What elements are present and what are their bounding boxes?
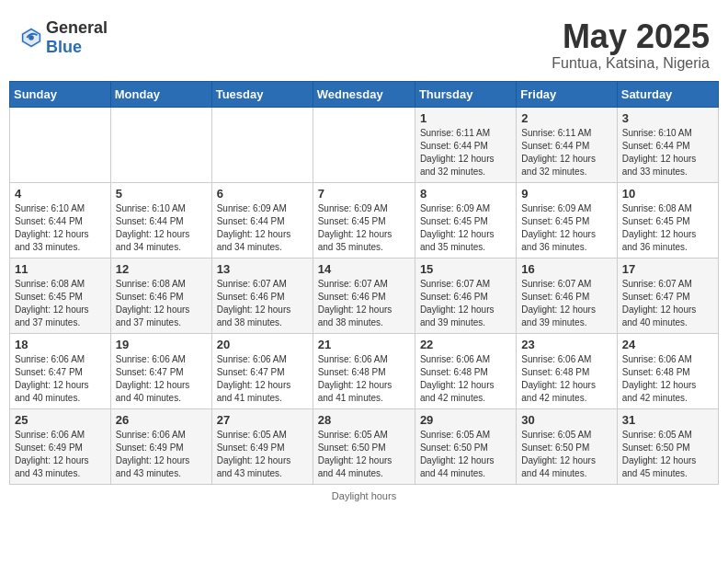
day-info: Sunrise: 6:06 AM Sunset: 6:49 PM Dayligh… bbox=[15, 429, 106, 480]
calendar-cell: 26Sunrise: 6:06 AM Sunset: 6:49 PM Dayli… bbox=[110, 408, 211, 484]
calendar-cell: 1Sunrise: 6:11 AM Sunset: 6:44 PM Daylig… bbox=[415, 107, 516, 182]
calendar-cell: 7Sunrise: 6:09 AM Sunset: 6:45 PM Daylig… bbox=[313, 182, 415, 258]
calendar-cell: 9Sunrise: 6:09 AM Sunset: 6:45 PM Daylig… bbox=[517, 182, 617, 258]
calendar-cell bbox=[211, 107, 313, 182]
day-info: Sunrise: 6:10 AM Sunset: 6:44 PM Dayligh… bbox=[15, 202, 106, 254]
calendar-cell: 29Sunrise: 6:05 AM Sunset: 6:50 PM Dayli… bbox=[415, 408, 516, 484]
day-info: Sunrise: 6:11 AM Sunset: 6:44 PM Dayligh… bbox=[521, 127, 611, 178]
day-of-week-header: Sunday bbox=[10, 81, 111, 107]
calendar-cell: 28Sunrise: 6:05 AM Sunset: 6:50 PM Dayli… bbox=[313, 408, 415, 484]
day-number: 3 bbox=[622, 111, 713, 125]
day-number: 13 bbox=[217, 262, 308, 276]
calendar-cell bbox=[313, 107, 415, 182]
calendar-cell: 16Sunrise: 6:07 AM Sunset: 6:46 PM Dayli… bbox=[517, 258, 617, 333]
calendar-cell: 10Sunrise: 6:08 AM Sunset: 6:45 PM Dayli… bbox=[617, 182, 718, 258]
day-info: Sunrise: 6:09 AM Sunset: 6:45 PM Dayligh… bbox=[420, 202, 511, 254]
day-of-week-header: Thursday bbox=[415, 81, 516, 107]
day-info: Sunrise: 6:05 AM Sunset: 6:50 PM Dayligh… bbox=[521, 429, 611, 480]
calendar-week-row: 4Sunrise: 6:10 AM Sunset: 6:44 PM Daylig… bbox=[10, 182, 719, 258]
day-info: Sunrise: 6:07 AM Sunset: 6:46 PM Dayligh… bbox=[217, 278, 308, 329]
day-of-week-header: Friday bbox=[517, 81, 617, 107]
day-number: 7 bbox=[318, 187, 410, 201]
day-of-week-header: Saturday bbox=[617, 81, 718, 107]
day-number: 23 bbox=[521, 338, 611, 351]
calendar-cell: 21Sunrise: 6:06 AM Sunset: 6:48 PM Dayli… bbox=[313, 333, 415, 408]
day-info: Sunrise: 6:07 AM Sunset: 6:46 PM Dayligh… bbox=[420, 278, 511, 329]
day-info: Sunrise: 6:05 AM Sunset: 6:49 PM Dayligh… bbox=[217, 429, 308, 480]
day-info: Sunrise: 6:11 AM Sunset: 6:44 PM Dayligh… bbox=[420, 127, 511, 178]
day-info: Sunrise: 6:07 AM Sunset: 6:47 PM Dayligh… bbox=[622, 278, 713, 329]
day-number: 27 bbox=[217, 413, 308, 427]
calendar-cell: 15Sunrise: 6:07 AM Sunset: 6:46 PM Dayli… bbox=[415, 258, 516, 333]
day-number: 30 bbox=[521, 413, 611, 427]
day-number: 4 bbox=[15, 187, 106, 201]
logo: General Blue bbox=[18, 18, 108, 57]
day-number: 20 bbox=[217, 338, 308, 351]
title-section: May 2025 Funtua, Katsina, Nigeria bbox=[552, 18, 710, 72]
day-info: Sunrise: 6:05 AM Sunset: 6:50 PM Dayligh… bbox=[622, 429, 713, 480]
day-number: 19 bbox=[116, 338, 207, 351]
calendar-cell: 17Sunrise: 6:07 AM Sunset: 6:47 PM Dayli… bbox=[617, 258, 718, 333]
calendar-header-row: SundayMondayTuesdayWednesdayThursdayFrid… bbox=[10, 81, 719, 107]
day-info: Sunrise: 6:05 AM Sunset: 6:50 PM Dayligh… bbox=[420, 429, 511, 480]
calendar-cell: 19Sunrise: 6:06 AM Sunset: 6:47 PM Dayli… bbox=[110, 333, 211, 408]
day-info: Sunrise: 6:06 AM Sunset: 6:48 PM Dayligh… bbox=[622, 353, 713, 405]
day-info: Sunrise: 6:06 AM Sunset: 6:48 PM Dayligh… bbox=[420, 353, 511, 405]
day-of-week-header: Wednesday bbox=[313, 81, 415, 107]
calendar-week-row: 1Sunrise: 6:11 AM Sunset: 6:44 PM Daylig… bbox=[10, 107, 719, 182]
calendar-week-row: 11Sunrise: 6:08 AM Sunset: 6:45 PM Dayli… bbox=[10, 258, 719, 333]
day-number: 14 bbox=[318, 262, 410, 276]
day-of-week-header: Monday bbox=[110, 81, 211, 107]
day-info: Sunrise: 6:06 AM Sunset: 6:49 PM Dayligh… bbox=[116, 429, 207, 480]
day-number: 26 bbox=[116, 413, 207, 427]
calendar-cell: 20Sunrise: 6:06 AM Sunset: 6:47 PM Dayli… bbox=[211, 333, 313, 408]
calendar-cell: 5Sunrise: 6:10 AM Sunset: 6:44 PM Daylig… bbox=[110, 182, 211, 258]
calendar-cell: 27Sunrise: 6:05 AM Sunset: 6:49 PM Dayli… bbox=[211, 408, 313, 484]
day-info: Sunrise: 6:08 AM Sunset: 6:45 PM Dayligh… bbox=[622, 202, 713, 254]
calendar-cell: 4Sunrise: 6:10 AM Sunset: 6:44 PM Daylig… bbox=[10, 182, 111, 258]
svg-point-2 bbox=[28, 35, 34, 40]
day-number: 25 bbox=[15, 413, 106, 427]
day-number: 10 bbox=[622, 187, 713, 201]
day-number: 29 bbox=[420, 413, 511, 427]
day-of-week-header: Tuesday bbox=[211, 81, 313, 107]
day-info: Sunrise: 6:09 AM Sunset: 6:44 PM Dayligh… bbox=[217, 202, 308, 254]
calendar-cell: 2Sunrise: 6:11 AM Sunset: 6:44 PM Daylig… bbox=[517, 107, 617, 182]
calendar-cell: 22Sunrise: 6:06 AM Sunset: 6:48 PM Dayli… bbox=[415, 333, 516, 408]
day-number: 21 bbox=[318, 338, 410, 351]
footer-note: Daylight hours bbox=[9, 490, 719, 501]
day-info: Sunrise: 6:06 AM Sunset: 6:47 PM Dayligh… bbox=[15, 353, 106, 405]
logo-icon bbox=[18, 25, 44, 51]
day-info: Sunrise: 6:06 AM Sunset: 6:48 PM Dayligh… bbox=[521, 353, 611, 405]
calendar-cell: 25Sunrise: 6:06 AM Sunset: 6:49 PM Dayli… bbox=[10, 408, 111, 484]
day-number: 9 bbox=[521, 187, 611, 201]
page-header: General Blue May 2025 Funtua, Katsina, N… bbox=[9, 9, 719, 76]
day-info: Sunrise: 6:08 AM Sunset: 6:45 PM Dayligh… bbox=[15, 278, 106, 329]
day-number: 17 bbox=[622, 262, 713, 276]
calendar-week-row: 25Sunrise: 6:06 AM Sunset: 6:49 PM Dayli… bbox=[10, 408, 719, 484]
day-number: 1 bbox=[420, 111, 511, 125]
calendar-cell: 14Sunrise: 6:07 AM Sunset: 6:46 PM Dayli… bbox=[313, 258, 415, 333]
calendar-cell bbox=[110, 107, 211, 182]
day-info: Sunrise: 6:09 AM Sunset: 6:45 PM Dayligh… bbox=[521, 202, 611, 254]
calendar-cell: 31Sunrise: 6:05 AM Sunset: 6:50 PM Dayli… bbox=[617, 408, 718, 484]
day-number: 18 bbox=[15, 338, 106, 351]
day-info: Sunrise: 6:09 AM Sunset: 6:45 PM Dayligh… bbox=[318, 202, 410, 254]
day-number: 22 bbox=[420, 338, 511, 351]
month-title: May 2025 bbox=[552, 18, 710, 55]
calendar-cell: 6Sunrise: 6:09 AM Sunset: 6:44 PM Daylig… bbox=[211, 182, 313, 258]
calendar-cell bbox=[10, 107, 111, 182]
calendar-cell: 24Sunrise: 6:06 AM Sunset: 6:48 PM Dayli… bbox=[617, 333, 718, 408]
day-number: 28 bbox=[318, 413, 410, 427]
day-number: 6 bbox=[217, 187, 308, 201]
day-number: 31 bbox=[622, 413, 713, 427]
day-number: 15 bbox=[420, 262, 511, 276]
day-info: Sunrise: 6:07 AM Sunset: 6:46 PM Dayligh… bbox=[318, 278, 410, 329]
day-info: Sunrise: 6:10 AM Sunset: 6:44 PM Dayligh… bbox=[622, 127, 713, 178]
location-title: Funtua, Katsina, Nigeria bbox=[552, 55, 710, 72]
calendar-cell: 11Sunrise: 6:08 AM Sunset: 6:45 PM Dayli… bbox=[10, 258, 111, 333]
day-info: Sunrise: 6:10 AM Sunset: 6:44 PM Dayligh… bbox=[116, 202, 207, 254]
calendar-cell: 8Sunrise: 6:09 AM Sunset: 6:45 PM Daylig… bbox=[415, 182, 516, 258]
calendar-cell: 3Sunrise: 6:10 AM Sunset: 6:44 PM Daylig… bbox=[617, 107, 718, 182]
day-number: 12 bbox=[116, 262, 207, 276]
